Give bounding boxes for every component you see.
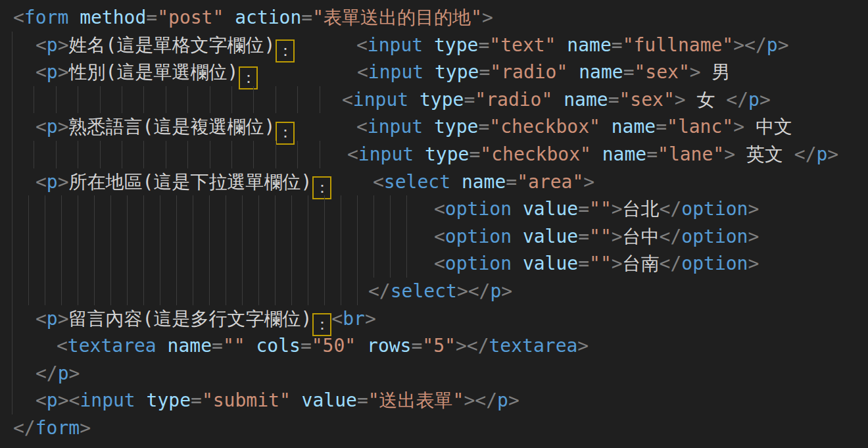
- indent-guide: [406, 250, 407, 278]
- code-token: =: [578, 253, 589, 274]
- indent-guide: [28, 195, 29, 223]
- code-token: [423, 116, 434, 137]
- code-token: =: [191, 389, 202, 411]
- indent-guide: [45, 278, 45, 305]
- code-token: </: [744, 34, 767, 56]
- indent-guide: [12, 360, 12, 387]
- indent-guide: [357, 278, 358, 305]
- indent-guide: [56, 141, 57, 168]
- code-token: input: [80, 389, 135, 411]
- code-text-run: <input type="checkbox" name="lanc"> 中文: [356, 113, 792, 141]
- indent-guide: [324, 223, 325, 251]
- indent-guide: [209, 195, 210, 223]
- code-token: <: [434, 198, 445, 220]
- code-token: "area": [517, 171, 583, 193]
- code-token: value: [302, 389, 357, 411]
- indent-guide: [12, 332, 12, 360]
- indent-guide: [209, 223, 210, 251]
- indent-guide: [176, 278, 177, 305]
- indent-guide: [110, 195, 111, 223]
- indent-guide: [94, 223, 95, 251]
- code-text-run: <p>熟悉語言(這是複選欄位)：: [36, 113, 295, 144]
- code-text-run: <option value="">台北</option>: [434, 195, 759, 223]
- code-token: >: [58, 116, 69, 137]
- code-token: textarea: [489, 335, 578, 357]
- code-text-run: <option value="">台南</option>: [434, 250, 759, 278]
- indent-guide: [406, 223, 407, 251]
- code-token: 所在地區(這是下拉選單欄位): [69, 171, 312, 193]
- indent-guide: [406, 195, 407, 223]
- indent-guide: [176, 223, 177, 251]
- code-token: name: [564, 89, 608, 111]
- indent-guide: [12, 223, 12, 251]
- code-token: [356, 335, 367, 357]
- code-text-run: <select name="area">: [373, 168, 594, 196]
- code-token: "fullname": [623, 34, 734, 56]
- code-token: 台南: [623, 253, 660, 274]
- indent-guide: [308, 195, 308, 223]
- code-text-run: </select></p>: [368, 278, 512, 305]
- indent-guide: [231, 141, 232, 168]
- code-token: [591, 143, 602, 165]
- indent-guide: [374, 250, 374, 278]
- indent-guide: [12, 387, 12, 414]
- indent-guide: [12, 141, 12, 168]
- code-text-run: <p>性別(這是單選欄位)：: [36, 59, 258, 89]
- code-line: </p>: [0, 360, 868, 387]
- code-token: <: [357, 61, 368, 83]
- code-token: "": [589, 253, 612, 274]
- code-line: <p>性別(這是單選欄位)：<input type="radio" name="…: [0, 59, 868, 86]
- code-token: [408, 89, 420, 111]
- indent-guide: [341, 195, 341, 223]
- code-editor[interactable]: <form method="post" action="表單送出的目的地"><p…: [0, 0, 868, 448]
- indent-guide: [226, 195, 226, 223]
- indent-guide: [78, 278, 78, 305]
- indent-guide: [12, 59, 12, 86]
- code-token: 熟悉語言(這是複選欄位): [69, 116, 276, 137]
- code-token: </: [368, 280, 391, 302]
- code-text-run: <form method="post" action="表單送出的目的地">: [13, 4, 493, 32]
- indent-guide: [160, 250, 160, 278]
- indent-guide: [275, 195, 276, 223]
- indent-guide: [166, 86, 166, 114]
- indent-guide: [176, 250, 177, 278]
- indent-guide: [143, 250, 144, 278]
- code-token: [414, 143, 425, 165]
- indent-guide: [94, 278, 95, 305]
- indent-guide: [45, 195, 45, 223]
- code-token: </: [794, 143, 817, 165]
- indent-guide: [193, 250, 193, 278]
- indent-guide: [12, 113, 12, 141]
- code-token: <: [36, 389, 47, 411]
- indent-guide: [143, 86, 144, 114]
- code-token: >: [69, 362, 80, 384]
- indent-guide: [78, 141, 78, 168]
- code-token: p: [767, 34, 778, 56]
- code-line: <input type="checkbox" name="lane"> 英文 <…: [0, 141, 868, 168]
- indent-guide: [258, 195, 259, 223]
- indent-guide: [143, 195, 144, 223]
- code-token: =: [612, 34, 623, 56]
- indent-guide: [28, 250, 29, 278]
- code-token: name: [462, 171, 506, 193]
- code-line: </select></p>: [0, 278, 868, 305]
- code-token: 英文: [735, 143, 794, 165]
- code-token: <: [69, 389, 80, 411]
- code-token: >: [583, 171, 594, 193]
- indent-guide: [127, 195, 128, 223]
- indent-guide: [45, 250, 45, 278]
- code-token: method: [80, 7, 146, 28]
- code-token: [567, 61, 579, 83]
- code-token: <: [13, 7, 24, 28]
- code-token: [512, 226, 523, 247]
- code-text-run: </form>: [13, 414, 91, 442]
- indent-guide: [291, 250, 292, 278]
- code-token: [291, 389, 302, 411]
- code-token: >: [612, 253, 623, 274]
- code-text-run: <p>姓名(這是單格文字欄位)：: [36, 32, 295, 62]
- code-token: type: [147, 389, 191, 411]
- indent-guide: [276, 141, 276, 168]
- code-token: "": [589, 226, 612, 247]
- indent-guide: [258, 278, 259, 305]
- indent-guide: [324, 278, 325, 305]
